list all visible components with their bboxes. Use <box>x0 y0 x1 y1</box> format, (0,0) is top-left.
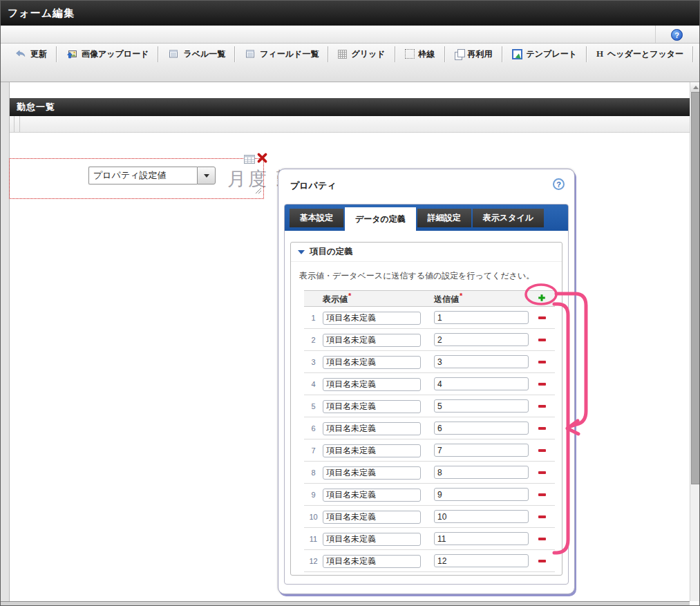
item-definition-row: 4 <box>304 373 555 395</box>
send-value-input[interactable] <box>434 510 529 523</box>
remove-row-icon[interactable] <box>538 427 546 430</box>
dialog-body: 基本設定 データの定義 詳細設定 表示スタイル 項目の定義 表示値・データベース… <box>284 204 569 585</box>
send-value-input[interactable] <box>434 377 529 390</box>
vertical-scrollbar[interactable] <box>690 82 700 601</box>
combobox-dropdown-button[interactable] <box>197 167 216 184</box>
item-definition-row: 9 <box>304 484 555 506</box>
item-definition-row: 11 <box>304 528 555 550</box>
button-label: テンプレート <box>527 48 577 60</box>
display-value-input[interactable] <box>323 356 421 369</box>
remove-row-icon[interactable] <box>538 361 546 363</box>
border-button[interactable]: 枠線 <box>396 46 444 62</box>
toolbar: 更新 画像アップロード ラベル一覧 フィールド一覧 グリッド 枠線 <box>1 44 699 82</box>
item-definition-row: 10 <box>304 506 555 528</box>
letter-h-icon: H <box>596 48 603 59</box>
tab-basic-settings[interactable]: 基本設定 <box>290 209 343 227</box>
item-properties-grid-icon[interactable] <box>244 154 255 164</box>
send-value-input[interactable] <box>434 444 529 457</box>
grid-button[interactable]: グリッド <box>329 46 394 62</box>
required-mark: * <box>460 292 462 300</box>
page-title: フォーム編集 <box>8 7 75 20</box>
remove-row-icon[interactable] <box>538 560 546 562</box>
send-value-input[interactable] <box>434 333 529 346</box>
remove-row-icon[interactable] <box>538 405 546 408</box>
reuse-button[interactable]: 再利用 <box>446 46 502 62</box>
delete-item-icon[interactable] <box>256 152 268 164</box>
remove-row-icon[interactable] <box>538 316 546 319</box>
scroll-up-button[interactable] <box>690 82 700 92</box>
send-value-input[interactable] <box>434 355 529 368</box>
send-value-input[interactable] <box>434 488 529 501</box>
row-handle-cell <box>14 116 20 132</box>
send-value-input[interactable] <box>434 311 529 324</box>
template-icon <box>512 49 522 59</box>
tab-data-definition[interactable]: データの定義 <box>345 207 416 232</box>
horizontal-scrollbar[interactable] <box>1 601 690 606</box>
display-value-input[interactable] <box>323 489 421 502</box>
display-value-input[interactable] <box>323 422 421 435</box>
combobox-input[interactable] <box>88 167 197 184</box>
item-definition-row: 8 <box>304 462 555 484</box>
tab-display-style[interactable]: 表示スタイル <box>473 209 544 227</box>
row-number: 6 <box>304 424 323 433</box>
grid-icon <box>338 50 347 59</box>
display-value-input[interactable] <box>323 466 421 480</box>
item-definition-row: 12 <box>304 550 555 572</box>
button-label: 更新 <box>30 48 47 60</box>
display-value-input[interactable] <box>323 511 421 524</box>
button-label: 枠線 <box>419 48 435 60</box>
row-number: 8 <box>304 468 323 477</box>
add-row-icon[interactable] <box>538 294 546 302</box>
instruction-text: 表示値・データベースに送信する値の設定を行ってください。 <box>299 270 554 282</box>
remove-row-icon[interactable] <box>538 383 546 386</box>
remove-row-icon[interactable] <box>538 339 546 341</box>
send-value-input[interactable] <box>434 399 529 413</box>
remove-row-icon[interactable] <box>538 515 546 518</box>
display-value-input[interactable] <box>323 312 421 325</box>
field-list-button[interactable]: フィールド一覧 <box>236 46 328 62</box>
row-number: 11 <box>304 535 323 543</box>
label-list-button[interactable]: ラベル一覧 <box>159 46 234 62</box>
send-value-input[interactable] <box>434 532 529 545</box>
row-number: 3 <box>304 358 323 366</box>
row-number: 9 <box>304 491 323 499</box>
remove-row-icon[interactable] <box>538 493 546 496</box>
display-value-input[interactable] <box>323 378 421 391</box>
dialog-help-icon[interactable]: ? <box>553 178 565 190</box>
item-definition-row: 5 <box>304 395 555 417</box>
form-editor-window: フォーム編集 ? 更新 画像アップロード ラベル一覧 フィールド一覧 <box>0 0 700 606</box>
toolbar-row-1: 更新 画像アップロード ラベル一覧 フィールド一覧 グリッド 枠線 <box>6 45 694 63</box>
chevron-down-icon <box>204 174 209 178</box>
item-definition-row: 1 <box>304 307 555 329</box>
row-number: 12 <box>304 557 323 565</box>
send-value-input[interactable] <box>434 554 529 567</box>
list-icon <box>168 48 179 59</box>
remove-row-icon[interactable] <box>538 449 546 452</box>
button-label: フィールド一覧 <box>260 48 319 60</box>
update-button[interactable]: 更新 <box>6 46 56 62</box>
image-upload-button[interactable]: 画像アップロード <box>57 46 158 62</box>
template-button[interactable]: テンプレート <box>503 46 586 62</box>
dialog-tab-bar: 基本設定 データの定義 詳細設定 表示スタイル <box>285 205 568 231</box>
remove-row-icon[interactable] <box>538 538 546 540</box>
column-header-send-value: 送信値* <box>434 292 529 305</box>
display-value-input[interactable] <box>323 555 421 568</box>
tab-detail-settings[interactable]: 詳細設定 <box>417 209 471 227</box>
send-value-input[interactable] <box>434 466 529 479</box>
help-strip: ? <box>1 26 699 44</box>
section-title: 項目の定義 <box>310 246 353 258</box>
header-footer-button[interactable]: H ヘッダーとフッター <box>587 46 692 62</box>
form-title-bar: 勤怠一覧 <box>10 98 690 116</box>
button-label: グリッド <box>351 48 385 60</box>
section-header[interactable]: 項目の定義 <box>291 243 562 262</box>
display-value-input[interactable] <box>323 533 421 546</box>
help-icon[interactable]: ? <box>671 29 683 41</box>
display-value-input[interactable] <box>323 400 421 413</box>
properties-dialog: プロパティ ? 基本設定 データの定義 詳細設定 表示スタイル 項目の定義 表示… <box>278 169 575 594</box>
button-label: 画像アップロード <box>82 48 149 60</box>
display-value-input[interactable] <box>323 444 421 457</box>
send-value-input[interactable] <box>434 422 529 435</box>
remove-row-icon[interactable] <box>538 471 546 474</box>
scrollbar-thumb[interactable] <box>691 92 700 484</box>
display-value-input[interactable] <box>323 334 421 347</box>
